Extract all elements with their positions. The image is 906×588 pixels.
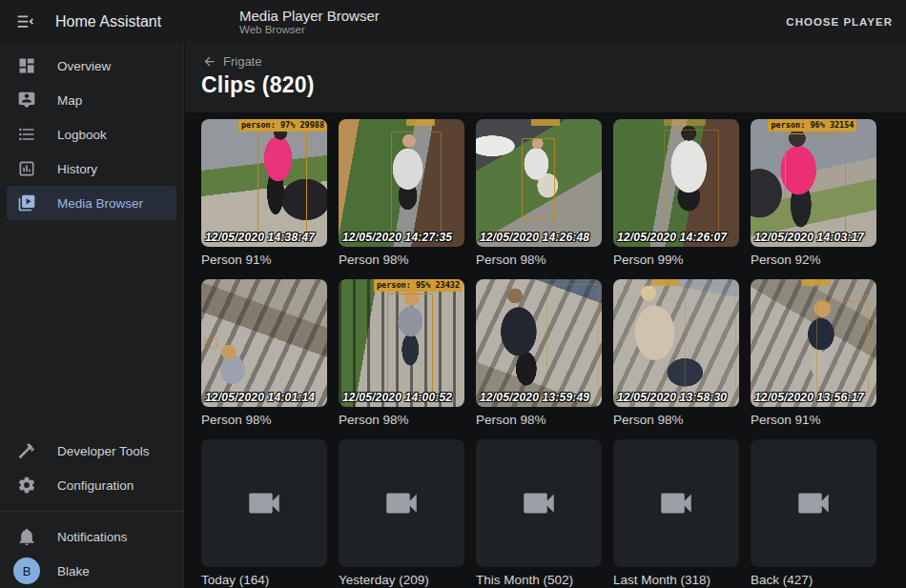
video-camera-icon	[793, 483, 834, 523]
view-dashboard-icon	[17, 56, 36, 75]
choose-player-button[interactable]: CHOOSE PLAYER	[786, 0, 893, 43]
detection-tag	[801, 279, 830, 286]
breadcrumb-back-frigate[interactable]: Frigate	[202, 54, 261, 69]
detection-box	[546, 284, 599, 401]
folder-item-last-month[interactable]: Last Month (318)	[613, 439, 739, 588]
clip-thumbnail: 12/05/2020 14:01:14	[201, 279, 327, 407]
clips-grid: person: 97% 29988 12/05/2020 14:38:47 Pe…	[185, 112, 906, 588]
clip-timestamp: 12/05/2020 14:01:14	[205, 391, 315, 404]
bell-icon	[17, 527, 36, 546]
folder-label: Back (427)	[751, 573, 876, 587]
clip-label: Person 91%	[751, 413, 876, 427]
clip-timestamp: 12/05/2020 14:03:17	[754, 231, 864, 244]
clip-timestamp: 12/05/2020 14:00:52	[342, 391, 452, 404]
detection-box	[204, 338, 217, 348]
sidebar-item-label: Developer Tools	[57, 444, 150, 458]
clip-thumbnail: person: 96% 32154 12/05/2020 14:03:17	[751, 119, 876, 247]
video-camera-icon	[656, 483, 696, 523]
sidebar-item-label: Logbook	[57, 128, 107, 142]
clip-thumbnail: 12/05/2020 14:26:48	[476, 119, 602, 247]
detection-box	[816, 301, 869, 393]
detection-tag: person: 97% 29988	[238, 119, 327, 132]
sidebar-item-notifications[interactable]: Notifications	[7, 519, 176, 554]
clip-thumbnail: 12/05/2020 13:59:49	[476, 279, 602, 407]
sidebar-item-user[interactable]: B Blake	[7, 554, 176, 588]
arrow-left-icon	[202, 54, 216, 69]
detection-tag	[664, 119, 706, 126]
folder-label: This Month (502)	[476, 573, 602, 587]
folder-thumbnail	[201, 439, 327, 567]
sidebar-item-media-browser[interactable]: Media Browser	[7, 186, 176, 220]
clip-item[interactable]: 12/05/2020 14:26:48 Person 98%	[476, 119, 602, 272]
panel-title-block: Media Player Browser Web Browser	[239, 8, 380, 36]
sidebar: Overview Map Logbook History Media Brows…	[0, 43, 184, 588]
clip-item[interactable]: 12/05/2020 14:01:14 Person 98%	[201, 279, 327, 432]
clip-thumbnail: 12/05/2020 14:27:35	[339, 119, 464, 247]
clip-label: Person 91%	[201, 253, 327, 267]
sidebar-spacer	[0, 220, 183, 434]
clip-thumbnail: person: 97% 29988 12/05/2020 14:38:47	[201, 119, 327, 247]
page-title: Clips (820)	[201, 72, 906, 98]
sidebar-toggle-button[interactable]	[6, 3, 44, 41]
detection-tag: person: 96% 32154	[768, 119, 856, 132]
top-app-bar: Home Assistant Media Player Browser Web …	[0, 0, 906, 43]
clip-timestamp: 12/05/2020 13:56:17	[754, 391, 864, 404]
folder-item-yesterday[interactable]: Yesterday (209)	[339, 439, 464, 588]
sidebar-item-map[interactable]: Map	[7, 83, 176, 117]
app-title: Home Assistant	[55, 13, 179, 30]
detection-tag	[531, 119, 560, 126]
clip-item[interactable]: 12/05/2020 13:56:17 Person 91%	[751, 279, 876, 432]
video-camera-icon	[519, 483, 559, 523]
sidebar-item-label: History	[57, 162, 97, 176]
detection-tag	[651, 279, 680, 286]
clip-label: Person 92%	[751, 253, 876, 267]
back-label: Frigate	[223, 54, 261, 69]
detection-box	[664, 130, 719, 237]
avatar: B	[13, 558, 40, 584]
video-camera-icon	[381, 483, 422, 523]
sidebar-item-history[interactable]: History	[7, 152, 176, 186]
sidebar-item-developer-tools[interactable]: Developer Tools	[7, 434, 176, 468]
clip-label: Person 98%	[339, 413, 464, 427]
clip-item[interactable]: person: 97% 29988 12/05/2020 14:38:47 Pe…	[201, 119, 327, 272]
clip-label: Person 98%	[476, 253, 602, 267]
detection-box	[387, 294, 433, 395]
clip-label: Person 98%	[339, 253, 464, 267]
clip-item[interactable]: person: 96% 32154 12/05/2020 14:03:17 Pe…	[751, 119, 876, 272]
clip-label: Person 99%	[613, 253, 739, 267]
folder-item-this-month[interactable]: This Month (502)	[476, 439, 602, 588]
folder-label: Yesterday (209)	[339, 573, 464, 587]
clip-item[interactable]: person: 95% 23432 12/05/2020 14:00:52 Pe…	[339, 279, 464, 432]
sidebar-item-configuration[interactable]: Configuration	[7, 468, 176, 502]
chart-box-icon	[17, 159, 36, 178]
clip-timestamp: 12/05/2020 14:26:48	[480, 231, 589, 244]
user-name-label: Blake	[57, 564, 90, 578]
clip-item[interactable]: 12/05/2020 14:27:35 Person 98%	[339, 119, 464, 272]
clip-item[interactable]: 12/05/2020 13:59:49 Person 98%	[476, 279, 602, 432]
folder-thumbnail	[476, 439, 602, 567]
detection-tag: person: 95% 23432	[374, 279, 463, 292]
folder-item-back[interactable]: Back (427)	[751, 439, 876, 588]
folder-thumbnail	[613, 439, 739, 567]
folder-thumbnail	[339, 439, 464, 567]
clip-item[interactable]: 12/05/2020 13:58:30 Person 98%	[613, 279, 739, 432]
clip-thumbnail: 12/05/2020 13:58:30	[613, 279, 739, 407]
hammer-icon	[17, 441, 36, 460]
video-camera-icon	[244, 483, 284, 523]
sidebar-item-overview[interactable]: Overview	[7, 49, 176, 83]
clip-label: Person 98%	[476, 413, 602, 427]
clip-thumbnail: person: 95% 23432 12/05/2020 14:00:52	[339, 279, 464, 407]
play-box-multiple-icon	[17, 193, 36, 213]
folder-item-today[interactable]: Today (164)	[201, 439, 327, 588]
detection-tag	[406, 119, 435, 126]
sidebar-divider	[0, 511, 183, 512]
media-browser-header: Frigate Clips (820)	[185, 43, 906, 112]
sidebar-item-logbook[interactable]: Logbook	[7, 117, 176, 152]
sidebar-item-label: Notifications	[57, 530, 128, 544]
clip-item[interactable]: 12/05/2020 14:26:07 Person 99%	[613, 119, 739, 272]
clip-thumbnail: 12/05/2020 14:26:07	[613, 119, 739, 247]
gear-icon	[17, 476, 36, 495]
folder-label: Today (164)	[201, 573, 327, 587]
folder-label: Last Month (318)	[613, 573, 739, 587]
clip-timestamp: 12/05/2020 13:58:30	[617, 391, 727, 404]
